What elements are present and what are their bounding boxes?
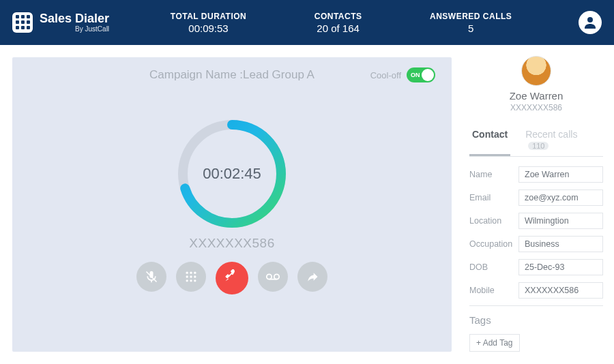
field-label-name: Name (469, 170, 518, 179)
stat-contacts: CONTACTS 20 of 164 (315, 12, 362, 34)
stat-answered: ANSWERED CALLS 5 (430, 12, 512, 34)
call-number-masked: XXXXXXX586 (29, 236, 435, 251)
tab-recent-label: Recent calls (525, 129, 577, 140)
sidebar-tabs: Contact Recent calls 110 (469, 125, 603, 157)
cooloff-toggle[interactable]: ON (407, 67, 435, 82)
contact-avatar[interactable] (521, 56, 551, 86)
hangup-icon (223, 269, 241, 287)
cooloff-group: Cool-off ON (370, 67, 435, 82)
mute-button[interactable] (136, 262, 166, 292)
brand-title: Sales Dialer (40, 12, 109, 26)
svg-point-8 (186, 275, 188, 277)
field-row: Emailzoe@xyz.com (469, 189, 603, 206)
forward-icon (306, 270, 319, 284)
field-row: LocationWilmingtion (469, 213, 603, 229)
svg-point-11 (186, 279, 188, 282)
stat-duration-label: TOTAL DURATION (171, 12, 246, 21)
brand-icon (12, 12, 33, 33)
svg-point-10 (194, 275, 196, 277)
sidebar-divider (469, 305, 603, 306)
tab-contact[interactable]: Contact (469, 125, 510, 156)
dialpad-button[interactable] (176, 262, 206, 292)
field-value-occupation[interactable]: Business (518, 236, 603, 252)
svg-point-6 (190, 272, 192, 274)
field-row: OccupationBusiness (469, 236, 603, 252)
field-row: DOB25-Dec-93 (469, 259, 603, 275)
cooloff-label: Cool-off (370, 70, 401, 80)
switch-knob (422, 69, 434, 81)
dialpad-icon (184, 270, 198, 284)
field-label-occupation: Occupation (469, 239, 518, 249)
top-header: Sales Dialer By JustCall TOTAL DURATION … (0, 0, 614, 45)
brand: Sales Dialer By JustCall (12, 12, 109, 33)
stat-contacts-value: 20 of 164 (315, 22, 362, 34)
stat-answered-value: 5 (430, 22, 512, 34)
svg-point-13 (194, 279, 196, 282)
contact-number: XXXXXXX586 (510, 103, 562, 112)
voicemail-icon (265, 269, 280, 284)
header-stats: TOTAL DURATION 00:09:53 CONTACTS 20 of 1… (136, 12, 546, 34)
recent-calls-badge: 110 (528, 142, 549, 150)
campaign-prefix: Campaign Name : (149, 68, 243, 82)
field-row: MobileXXXXXXX586 (469, 282, 603, 299)
field-value-email[interactable]: zoe@xyz.com (518, 189, 603, 206)
svg-point-7 (194, 272, 196, 274)
add-tag-button[interactable]: + Add Tag (469, 334, 520, 352)
voicemail-button[interactable] (258, 262, 288, 292)
brand-subtitle: By JustCall (40, 25, 109, 33)
switch-on-label: ON (411, 72, 420, 78)
forward-button[interactable] (297, 262, 327, 292)
campaign-name: Lead Group A (243, 68, 315, 82)
stat-answered-label: ANSWERED CALLS (430, 12, 512, 21)
contact-name: Zoe Warren (510, 90, 564, 102)
contact-fields: NameZoe Warren Emailzoe@xyz.com Location… (469, 166, 603, 299)
field-row: NameZoe Warren (469, 166, 603, 183)
call-controls (29, 262, 435, 294)
tab-recent-calls[interactable]: Recent calls 110 (523, 125, 591, 156)
svg-point-12 (190, 279, 192, 282)
call-panel: Campaign Name : Lead Group A Cool-off ON (12, 57, 452, 352)
tags-heading: Tags (469, 314, 603, 326)
svg-point-14 (267, 274, 272, 279)
svg-point-5 (186, 272, 188, 274)
field-label-dob: DOB (469, 262, 518, 272)
field-value-location[interactable]: Wilmingtion (518, 213, 603, 229)
field-label-location: Location (469, 216, 518, 226)
field-label-mobile: Mobile (469, 286, 518, 295)
field-label-email: Email (469, 193, 518, 202)
stat-duration-value: 00:09:53 (171, 22, 246, 34)
stat-contacts-label: CONTACTS (315, 12, 362, 21)
field-value-mobile[interactable]: XXXXXXX586 (518, 282, 603, 299)
svg-point-0 (587, 17, 593, 22)
profile-icon (582, 14, 598, 31)
call-progress-ring: 00:02:45 (174, 116, 290, 232)
mute-icon (145, 270, 158, 284)
svg-point-9 (190, 275, 192, 277)
hangup-button[interactable] (216, 262, 248, 294)
account-button[interactable] (579, 11, 602, 34)
field-value-name[interactable]: Zoe Warren (518, 166, 603, 183)
contact-sidebar: Zoe Warren XXXXXXX586 Contact Recent cal… (464, 45, 614, 364)
field-value-dob[interactable]: 25-Dec-93 (518, 259, 603, 275)
svg-point-15 (274, 274, 279, 279)
stat-duration: TOTAL DURATION 00:09:53 (171, 12, 246, 34)
